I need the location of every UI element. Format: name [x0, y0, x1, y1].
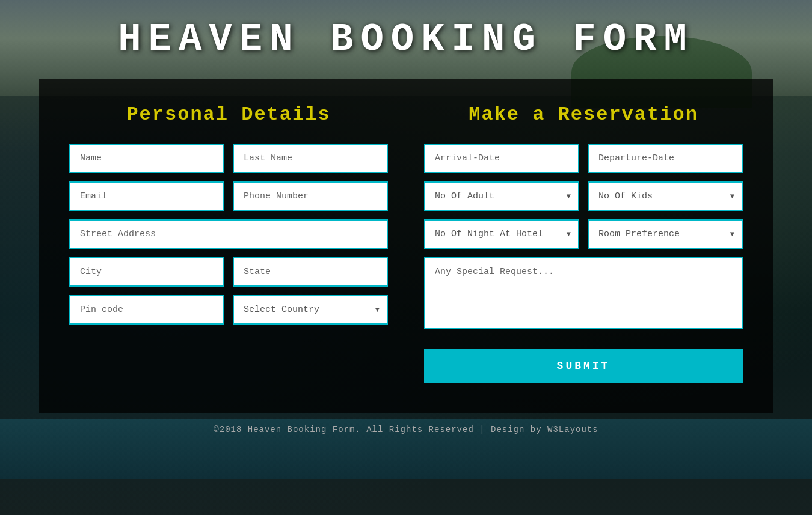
- email-field: [69, 181, 224, 211]
- country-select-wrapper: Select CountryUnited StatesUnited Kingdo…: [233, 295, 388, 325]
- footer-text: ©2018 Heaven Booking Form. All Rights Re…: [214, 413, 598, 440]
- city-state-row: [69, 257, 388, 287]
- special-request-field: [424, 257, 743, 332]
- arrival-field: [424, 144, 579, 173]
- adult-select[interactable]: No Of Adult123456: [424, 181, 579, 211]
- last-name-field: [233, 144, 388, 173]
- email-row: [69, 181, 388, 211]
- dates-row: [424, 144, 743, 173]
- city-field: [69, 257, 224, 287]
- nights-room-row: No Of Night At Hotel1234567142130 ▼ Room…: [424, 219, 743, 249]
- submit-button[interactable]: SUBMIT: [424, 349, 743, 383]
- name-field: [69, 144, 224, 173]
- street-row: [69, 219, 388, 249]
- city-input[interactable]: [69, 257, 224, 287]
- pin-country-row: Select CountryUnited StatesUnited Kingdo…: [69, 295, 388, 325]
- country-select[interactable]: Select CountryUnited StatesUnited Kingdo…: [233, 295, 388, 325]
- street-field: [69, 219, 388, 249]
- kids-select[interactable]: No Of Kids012345: [588, 181, 743, 211]
- departure-field: [588, 144, 743, 173]
- email-input[interactable]: [69, 181, 224, 211]
- state-input[interactable]: [233, 257, 388, 287]
- name-row: [69, 144, 388, 173]
- phone-field: [233, 181, 388, 211]
- room-select-wrapper: Room PreferenceStandard RoomDeluxe RoomS…: [588, 219, 743, 249]
- street-input[interactable]: [69, 219, 388, 249]
- special-request-row: [424, 257, 743, 332]
- page-title: HEAVEN BOOKING FORM: [118, 18, 694, 61]
- background-wrapper: HEAVEN BOOKING FORM Personal Details: [0, 0, 812, 515]
- last-name-input[interactable]: [233, 144, 388, 173]
- nights-select-wrapper: No Of Night At Hotel1234567142130 ▼: [424, 219, 579, 249]
- reservation-section-title: Make a Reservation: [424, 103, 743, 126]
- kids-select-wrapper: No Of Kids012345 ▼: [588, 181, 743, 211]
- adult-select-wrapper: No Of Adult123456 ▼: [424, 181, 579, 211]
- reservation-section: Make a Reservation No Of Adult123456 ▼: [424, 103, 743, 383]
- name-input[interactable]: [69, 144, 224, 173]
- special-request-input[interactable]: [424, 257, 743, 329]
- pincode-input[interactable]: [69, 295, 224, 325]
- arrival-input[interactable]: [424, 144, 579, 173]
- main-content: HEAVEN BOOKING FORM Personal Details: [0, 0, 812, 453]
- departure-input[interactable]: [588, 144, 743, 173]
- phone-input[interactable]: [233, 181, 388, 211]
- personal-section: Personal Details: [69, 103, 388, 383]
- room-select[interactable]: Room PreferenceStandard RoomDeluxe RoomS…: [588, 219, 743, 249]
- personal-section-title: Personal Details: [69, 103, 388, 126]
- state-field: [233, 257, 388, 287]
- nights-select[interactable]: No Of Night At Hotel1234567142130: [424, 219, 579, 249]
- adults-kids-row: No Of Adult123456 ▼ No Of Kids012345 ▼: [424, 181, 743, 211]
- form-container: Personal Details: [39, 79, 773, 413]
- pincode-field: [69, 295, 224, 325]
